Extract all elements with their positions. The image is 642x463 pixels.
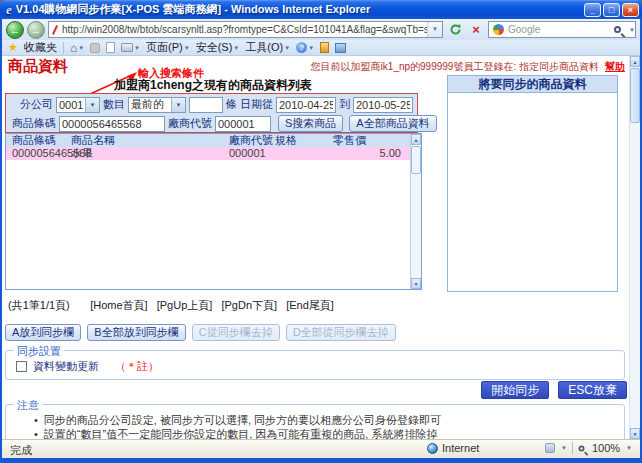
scroll-up-icon[interactable]: ▲ xyxy=(411,134,421,145)
messenger-icon[interactable] xyxy=(320,42,329,53)
zoom-icon[interactable] xyxy=(578,445,584,451)
research-icon[interactable] xyxy=(335,43,346,53)
search-icon[interactable] xyxy=(614,26,621,33)
zoom-level[interactable]: 100% xyxy=(592,442,620,454)
search-dropdown-icon[interactable]: ▼ xyxy=(629,27,635,33)
cell-spec xyxy=(275,147,333,160)
close-button[interactable]: × xyxy=(622,3,639,17)
print-button[interactable]: ▼ xyxy=(121,43,140,52)
menu-safety[interactable]: 安全(S) ▼ xyxy=(196,40,240,55)
favorites-label[interactable]: 收藏夹 xyxy=(24,40,57,55)
sync-panel-title: 將要同步的商品資料 xyxy=(448,76,617,93)
count-value: 最前的 xyxy=(129,97,171,112)
sync-settings-group: 同步設置 資料變動更新 （＊註） xyxy=(5,350,625,380)
cell-price: 5.00 xyxy=(333,147,421,160)
print-icon xyxy=(121,43,133,52)
chevron-down-icon: ▼ xyxy=(85,98,99,112)
notice-group: 注意 • 同步的商品分公司設定, 被同步方可以選擇, 同步方的要以相應分公司身份… xyxy=(5,404,625,439)
date-from-input[interactable] xyxy=(276,97,336,113)
menu-page-label: 页面(P) xyxy=(146,40,183,55)
globe-icon xyxy=(427,443,438,454)
minimize-button[interactable]: _ xyxy=(584,3,601,17)
home-button[interactable]: ⌂ ▼ xyxy=(70,41,84,55)
favorites-star-icon[interactable]: ★ xyxy=(8,41,18,54)
protected-mode-icon[interactable] xyxy=(545,443,555,453)
nav-pgdn-link[interactable]: [PgDn下頁] xyxy=(221,299,277,311)
chevron-down-icon: ▼ xyxy=(171,98,185,112)
back-button[interactable]: ← xyxy=(6,21,24,39)
barcode-input[interactable] xyxy=(59,116,165,132)
list-scrollbar[interactable]: ▲ ▼ xyxy=(410,134,421,289)
read-mail-icon[interactable] xyxy=(106,42,115,53)
scroll-down-icon[interactable]: ▼ xyxy=(630,428,640,439)
cell-vendor: 000001 xyxy=(229,147,275,160)
menu-safety-label: 安全(S) xyxy=(196,40,233,55)
help-button[interactable]: ? ▼ xyxy=(296,42,314,53)
nav-pgup-link[interactable]: [PgUp上頁] xyxy=(157,299,213,311)
menu-tools[interactable]: 工具(O) ▼ xyxy=(245,40,290,55)
bullet-icon: • xyxy=(34,428,38,440)
count-select[interactable]: 最前的 ▼ xyxy=(128,97,186,113)
status-bar: 完成 Internet ▼ 100% ▼ xyxy=(2,439,640,458)
scroll-thumb[interactable] xyxy=(630,68,640,123)
security-zone: Internet xyxy=(427,442,479,454)
cell-barcode: 0000056465568 xyxy=(6,147,71,160)
chevron-down-icon: ▼ xyxy=(233,45,239,51)
chevron-down-icon: ▼ xyxy=(284,45,290,51)
refresh-button[interactable] xyxy=(446,21,464,38)
table-row[interactable]: 0000056465568 水果 000001 5.00 xyxy=(6,147,421,160)
add-to-sync-button[interactable]: A放到同步欄 xyxy=(5,324,81,341)
barcode-label: 商品條碼 xyxy=(12,116,56,131)
date-from-label: 日期從 xyxy=(240,97,273,112)
chevron-down-icon: ▼ xyxy=(308,45,314,51)
ie-logo-icon: e xyxy=(6,2,12,18)
data-change-update-checkbox[interactable] xyxy=(16,361,27,372)
feeds-icon[interactable] xyxy=(90,43,100,53)
search-form: 分公司 0001 ▼ 數目 最前的 ▼ 條 日期從 到 商品條碼 xyxy=(5,93,418,133)
forward-button[interactable]: → xyxy=(27,21,45,39)
start-sync-button[interactable]: 開始同步 xyxy=(481,381,549,399)
address-input[interactable]: http://win2008/tw/btob/scarsynltl.asp?fr… xyxy=(48,21,443,38)
window-scrollbar[interactable]: ▲ ▼ xyxy=(629,56,640,439)
notice-item: • 設置的“數目”值不一定能同步你設定的數目, 因為可能有重複的商品, 系統將排… xyxy=(6,428,624,440)
page-favicon-icon xyxy=(52,25,58,35)
login-status-text: 您目前以加盟商ik1_np的999999號員工登錄在: 指定同步商品資料 xyxy=(311,61,599,72)
scroll-up-icon[interactable]: ▲ xyxy=(630,56,640,67)
stop-button[interactable]: × xyxy=(467,21,485,38)
date-to-input[interactable] xyxy=(353,97,413,113)
search-input[interactable]: Google ▼ xyxy=(488,21,636,38)
notice-text: 設置的“數目”值不一定能同步你設定的數目, 因為可能有重複的商品, 系統將排除掉 xyxy=(44,428,438,440)
separator xyxy=(572,442,573,454)
zone-label: Internet xyxy=(442,442,479,454)
branch-label: 分公司 xyxy=(20,97,53,112)
maximize-button[interactable]: □ xyxy=(603,3,620,17)
add-all-to-sync-button[interactable]: B全部放到同步欄 xyxy=(87,324,185,341)
chevron-down-icon[interactable]: ▼ xyxy=(626,445,632,451)
vendor-input[interactable] xyxy=(215,116,271,132)
refresh-icon xyxy=(449,23,462,36)
all-products-button[interactable]: A全部商品資料 xyxy=(349,115,436,132)
scroll-down-icon[interactable]: ▼ xyxy=(411,278,421,289)
chevron-down-icon[interactable]: ▼ xyxy=(561,445,567,451)
branch-select[interactable]: 0001 ▼ xyxy=(56,97,100,113)
scroll-thumb[interactable] xyxy=(411,146,421,174)
count-extra-input[interactable] xyxy=(189,97,223,113)
nav-home-link[interactable]: [Home首頁] xyxy=(90,299,147,311)
status-right: ▼ 100% ▼ xyxy=(545,442,632,454)
help-link[interactable]: 幫助 xyxy=(605,61,625,72)
nav-end-link[interactable]: [End尾頁] xyxy=(286,299,334,311)
stop-icon: × xyxy=(472,22,480,37)
search-engine-label[interactable]: Google xyxy=(508,24,614,35)
menu-page[interactable]: 页面(P) ▼ xyxy=(146,40,190,55)
bullet-icon: • xyxy=(34,414,38,428)
vendor-label: 廠商代號 xyxy=(168,116,212,131)
esc-cancel-button[interactable]: ESC放棄 xyxy=(558,381,627,399)
product-list: 商品條碼 商品名稱 廠商代號 規格 零售價 0000056465568 水果 0… xyxy=(5,133,422,290)
notice-legend: 注意 xyxy=(14,398,42,413)
url-text[interactable]: http://win2008/tw/btob/scarsynltl.asp?fr… xyxy=(62,24,427,35)
col-vendor: 廠商代號 xyxy=(229,134,275,147)
address-bar: ← → http://win2008/tw/btob/scarsynltl.as… xyxy=(2,19,640,40)
search-products-button[interactable]: S搜索商品 xyxy=(278,115,343,132)
notice-text: 同步的商品分公司設定, 被同步方可以選擇, 同步方的要以相應分公司身份登錄即可 xyxy=(44,414,441,428)
url-dropdown-icon[interactable]: ▼ xyxy=(427,22,442,37)
